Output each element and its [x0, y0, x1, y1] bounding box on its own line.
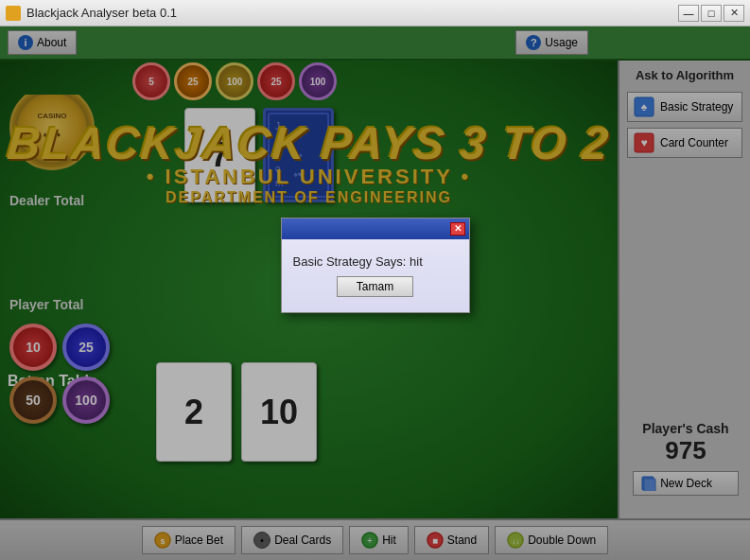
main-window: i About ? Usage CASINO ♠♥♣♦ 5 25 100	[0, 26, 750, 560]
dialog: ✕ Basic Strategy Says: hit Tamam	[281, 218, 470, 313]
window-title: Blackjack Analyser beta 0.1	[26, 6, 177, 20]
titlebar: Blackjack Analyser beta 0.1 — □ ✕	[0, 0, 750, 26]
app-icon	[6, 6, 21, 21]
dialog-close-button[interactable]: ✕	[450, 222, 465, 236]
dialog-content: Basic Strategy Says: hit Tamam	[282, 239, 469, 312]
dialog-ok-button[interactable]: Tamam	[337, 276, 413, 297]
maximize-button[interactable]: □	[701, 5, 722, 22]
dialog-message: Basic Strategy Says: hit	[293, 254, 458, 269]
dialog-titlebar: ✕	[282, 219, 469, 239]
dialog-overlay: ✕ Basic Strategy Says: hit Tamam	[0, 26, 750, 560]
close-button[interactable]: ✕	[724, 5, 744, 22]
minimize-button[interactable]: —	[678, 5, 699, 22]
